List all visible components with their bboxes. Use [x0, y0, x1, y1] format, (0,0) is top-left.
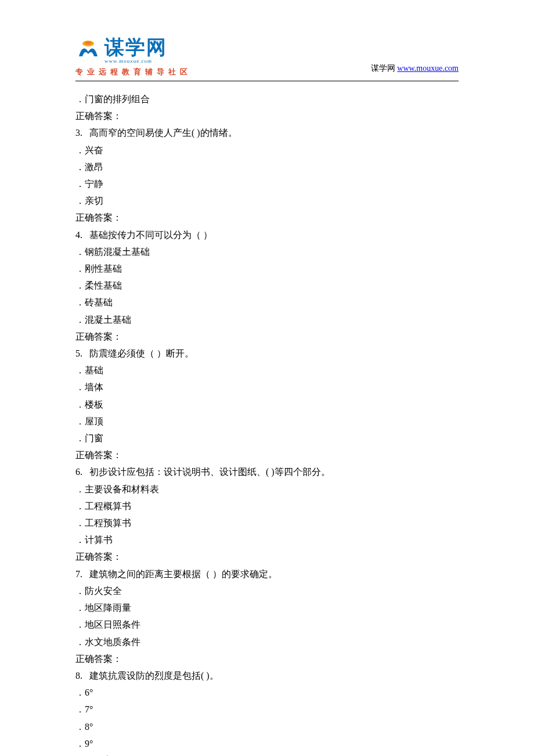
text-line: ．门窗的排列组合 [75, 91, 459, 107]
text-line: ．工程预算书 [75, 514, 459, 531]
logo-tagline: 专业远程教育辅导社区 [75, 67, 192, 77]
text-line: 8. 建筑抗震设防的烈度是包括( )。 [75, 667, 459, 684]
text-line: 正确答案： [75, 650, 459, 667]
header-site-url[interactable]: www.mouxue.com [397, 64, 459, 73]
site-logo: 谋学网 www.mouxue.com 专业远程教育辅导社区 [75, 37, 192, 77]
text-line: ．屋顶 [75, 413, 459, 430]
logo-subtitle: www.mouxue.com [104, 58, 167, 64]
text-line: 正确答案： [75, 107, 459, 124]
text-line: ．砖基础 [75, 294, 459, 311]
text-line: 正确答案： [75, 447, 459, 463]
text-line: ．宁静 [75, 175, 459, 192]
header-site-link: 谋学网 www.mouxue.com [371, 63, 459, 77]
text-line: ．墙体 [75, 379, 459, 395]
text-line: ．主要设备和材料表 [75, 481, 459, 498]
text-line: 4. 基础按传力不同可以分为（ ） [75, 226, 459, 243]
text-line: ．激昂 [75, 159, 459, 175]
text-line: ．钢筋混凝土基础 [75, 243, 459, 260]
text-line: ．工程概算书 [75, 498, 459, 514]
text-line: ．9° [75, 735, 459, 752]
header-divider [75, 81, 459, 81]
text-line: 5. 防震缝必须使（ ）断开。 [75, 345, 459, 362]
text-line: 正确答案： [75, 209, 459, 226]
document-page: 谋学网 www.mouxue.com 专业远程教育辅导社区 谋学网 www.mo… [0, 0, 534, 756]
text-line: 7. 建筑物之间的距离主要根据（ ）的要求确定。 [75, 566, 459, 582]
text-line: ．混凝土基础 [75, 311, 459, 328]
text-line: ．地区日照条件 [75, 616, 459, 633]
text-line: ．亲切 [75, 192, 459, 209]
text-line: ．7° [75, 701, 459, 718]
text-line: ．防火安全 [75, 582, 459, 599]
text-line: 正确答案： [75, 328, 459, 345]
text-line: ．计算书 [75, 531, 459, 548]
page-header: 谋学网 www.mouxue.com 专业远程教育辅导社区 谋学网 www.mo… [75, 37, 459, 77]
text-line: 6. 初步设计应包括：设计说明书、设计图纸、( )等四个部分。 [75, 463, 459, 480]
text-line: ．兴奋 [75, 142, 459, 159]
logo-text-group: 谋学网 www.mouxue.com [104, 37, 167, 64]
logo-mark-icon [75, 39, 101, 62]
text-line: ．楼板 [75, 396, 459, 413]
text-line: ．刚性基础 [75, 260, 459, 277]
text-line: ．柔性基础 [75, 277, 459, 294]
header-site-label: 谋学网 [371, 64, 398, 73]
svg-point-1 [85, 41, 92, 45]
logo-title: 谋学网 [104, 37, 167, 57]
text-line: 正确答案： [75, 548, 459, 565]
text-line: ．水文地质条件 [75, 633, 459, 650]
text-line: ．6° [75, 684, 459, 701]
text-line: 正确答案： [75, 752, 459, 756]
text-line: ．8° [75, 718, 459, 735]
text-line: ．基础 [75, 362, 459, 379]
text-line: 3. 高而窄的空间易使人产生( )的情绪。 [75, 124, 459, 141]
text-line: ．门窗 [75, 430, 459, 447]
document-body: ．门窗的排列组合正确答案：3. 高而窄的空间易使人产生( )的情绪。．兴奋．激昂… [75, 91, 459, 756]
text-line: ．地区降雨量 [75, 599, 459, 616]
logo-top-row: 谋学网 www.mouxue.com [75, 37, 167, 64]
